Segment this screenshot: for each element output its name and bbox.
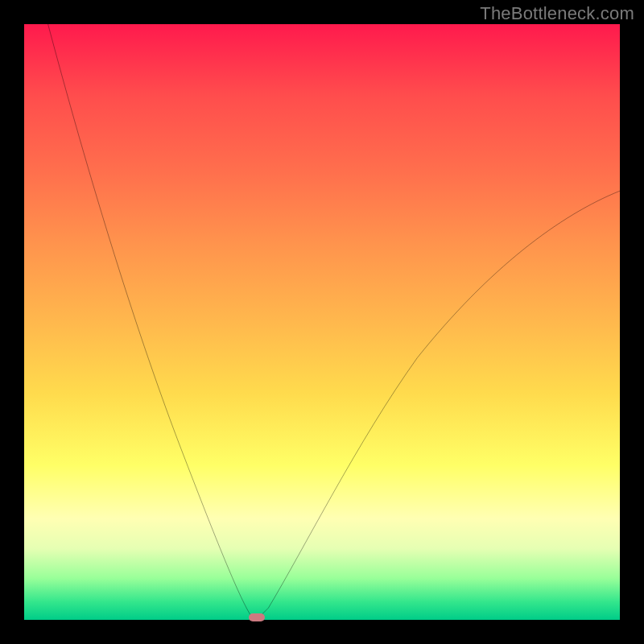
plot-area xyxy=(24,24,620,620)
curve-right-branch xyxy=(257,191,620,620)
optimal-point-marker xyxy=(249,613,265,621)
curve-left-branch xyxy=(48,24,257,620)
chart-frame: TheBottleneck.com xyxy=(0,0,644,644)
watermark-text: TheBottleneck.com xyxy=(480,3,634,24)
bottleneck-curve xyxy=(24,24,620,620)
